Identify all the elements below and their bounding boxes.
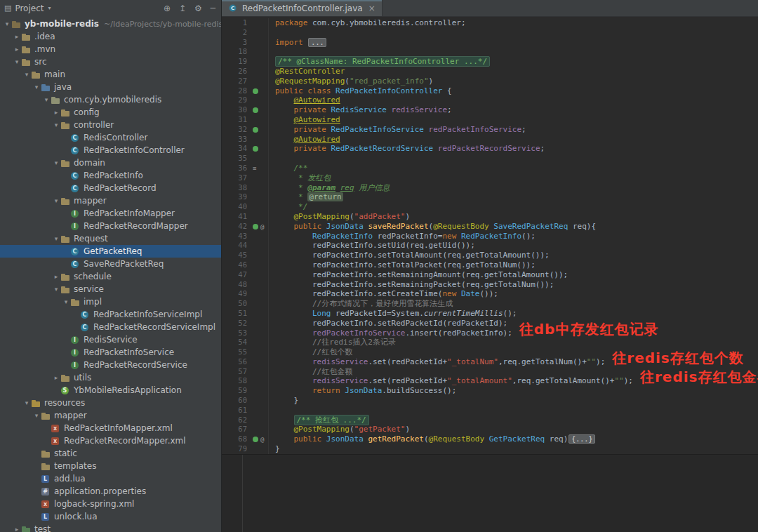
chevron-right-icon[interactable]: ▸	[52, 374, 60, 381]
editor-tab-active[interactable]: RedPacketInfoController.java ×	[222, 0, 383, 16]
editor-line-37[interactable]: 37 * 发红包	[222, 173, 758, 183]
editor-line-36[interactable]: 36≡ /**	[222, 164, 758, 173]
tree-item-config[interactable]: ▸config	[0, 106, 221, 119]
tree-item-add-lua[interactable]: add.lua	[0, 472, 221, 485]
editor-line-53[interactable]: 53 redPacketInfoService.insert(redPacket…	[222, 328, 758, 338]
editor-line-39[interactable]: 39 * @return	[222, 192, 758, 202]
editor-line-47[interactable]: 47 redPacketInfo.setRemainingAmount(req.…	[222, 270, 758, 280]
editor-line-1[interactable]: 1package com.cyb.ybmobileredis.controlle…	[222, 18, 758, 28]
chevron-right-icon[interactable]: ▸	[52, 109, 60, 116]
tree-item-redpacketinfomapper-xml[interactable]: RedPacketInfoMapper.xml	[0, 422, 221, 434]
chevron-down-icon[interactable]: ▾	[48, 5, 51, 11]
editor-line-35[interactable]: 35	[222, 154, 758, 164]
editor-line-34[interactable]: 34 private RedPacketRecordService redPac…	[222, 144, 758, 154]
chevron-down-icon[interactable]: ▾	[3, 20, 11, 27]
chevron-down-icon[interactable]: ▾	[22, 399, 31, 406]
tree-item-domain[interactable]: ▾domain	[0, 157, 221, 169]
settings-icon[interactable]: ⚙	[194, 4, 202, 13]
tree-item-utils[interactable]: ▸utils	[0, 371, 221, 384]
chevron-down-icon[interactable]: ▾	[62, 298, 70, 305]
chevron-right-icon[interactable]: ▸	[13, 46, 21, 53]
editor-line-42[interactable]: 42@ public JsonData saveRedPacket(@Reque…	[222, 222, 758, 232]
editor-line-27[interactable]: 27@RequestMapping("red_packet_info")	[222, 77, 758, 86]
tree-item-redpacketrecordmapper[interactable]: RedPacketRecordMapper	[0, 220, 221, 232]
editor-line-40[interactable]: 40 */	[222, 202, 758, 212]
editor-line-68[interactable]: 68@ public JsonData getRedPacket(@Reques…	[222, 434, 758, 444]
tree-item-resources[interactable]: ▾resources	[0, 397, 221, 409]
tree-item--mvn[interactable]: ▸.mvn	[0, 43, 221, 55]
tree-item-redpacketinfoservice[interactable]: RedPacketInfoService	[0, 346, 221, 359]
editor-line-29[interactable]: 29 @Autowired	[222, 95, 758, 105]
chevron-down-icon[interactable]: ▾	[52, 121, 60, 128]
tree-item-controller[interactable]: ▾controller	[0, 119, 221, 131]
editor-line-30[interactable]: 30 private RedisService redisService;	[222, 105, 758, 115]
tree-item-redpacketrecordservice[interactable]: RedPacketRecordService	[0, 359, 221, 371]
tree-item-getpacketreq[interactable]: GetPacketReq	[0, 245, 221, 258]
annotation-gutter-icon[interactable]: @	[260, 222, 264, 232]
tree-item-rediscontroller[interactable]: RedisController	[0, 131, 221, 144]
tree-item--idea[interactable]: ▸.idea	[0, 30, 221, 43]
fold-gutter-icon[interactable]: ≡	[253, 164, 256, 174]
editor-line-28[interactable]: 28public class RedPacketInfoController {	[222, 86, 758, 96]
tree-item-application-properties[interactable]: application.properties	[0, 485, 221, 498]
tree-item-redpacketrecordmapper-xml[interactable]: RedPacketRecordMapper.xml	[0, 434, 221, 447]
chevron-right-icon[interactable]: ▸	[13, 526, 21, 532]
editor-line-49[interactable]: 49 redPacketInfo.setCreateTime(new Date(…	[222, 289, 758, 299]
editor-line-26[interactable]: 26@RestController	[222, 67, 758, 77]
chevron-down-icon[interactable]: ▾	[22, 71, 31, 78]
editor-line-45[interactable]: 45 redPacketInfo.setTotalAmount(req.getT…	[222, 251, 758, 260]
close-icon[interactable]: ×	[368, 4, 375, 13]
editor-line-18[interactable]: 18	[222, 47, 758, 57]
tree-item-mapper[interactable]: ▾mapper	[0, 194, 221, 207]
folded-comment[interactable]: /** 抢红包 ...*/	[294, 415, 369, 425]
folded-comment[interactable]: /** @ClassName: RedPacketInfoController …	[275, 56, 490, 67]
chevron-down-icon[interactable]: ▾	[42, 96, 51, 103]
editor-line-67[interactable]: 67 @PostMapping("getPacket")	[222, 425, 758, 434]
annotation-gutter-icon[interactable]: @	[260, 435, 264, 445]
tree-item-templates[interactable]: templates	[0, 460, 221, 472]
tree-item-redpacketrecord[interactable]: RedPacketRecord	[0, 182, 221, 194]
chevron-down-icon[interactable]: ▾	[32, 84, 41, 91]
chevron-down-icon[interactable]: ▾	[52, 159, 60, 166]
editor-line-58[interactable]: 58 redisService.set(redPacketId+"_totalA…	[222, 376, 758, 386]
spring-bean-icon[interactable]	[253, 437, 258, 442]
editor-line-52[interactable]: 52 redPacketInfo.setRedPacketId(redPacke…	[222, 319, 758, 328]
editor-line-61[interactable]: 61	[222, 406, 758, 415]
editor-line-51[interactable]: 51 Long redPacketId=System.currentTimeMi…	[222, 309, 758, 319]
locate-icon[interactable]: ⊕	[164, 4, 171, 13]
tree-item-saveredpacketreq[interactable]: SaveRedPacketReq	[0, 258, 221, 270]
editor-line-60[interactable]: 60 }	[222, 396, 758, 406]
editor-line-56[interactable]: 56 redisService.set(redPacketId+"_totalN…	[222, 357, 758, 367]
tree-item-static[interactable]: static	[0, 447, 221, 460]
editor-line-31[interactable]: 31 @Autowired	[222, 115, 758, 125]
tree-item-main[interactable]: ▾main	[0, 68, 221, 81]
chevron-down-icon[interactable]: ▾	[52, 197, 60, 204]
spring-bean-icon[interactable]	[253, 224, 258, 230]
editor-line-44[interactable]: 44 redPacketInfo.setUid(req.getUid());	[222, 241, 758, 251]
project-panel-title[interactable]: Project	[15, 4, 44, 13]
editor-line-50[interactable]: 50 //分布式情况下，最好使用雪花算法生成	[222, 299, 758, 309]
tree-item-src[interactable]: ▾src	[0, 55, 221, 68]
chevron-down-icon[interactable]: ▾	[13, 58, 21, 65]
tree-item-redisservice[interactable]: RedisService	[0, 333, 221, 346]
tree-item-logback-spring-xml[interactable]: logback-spring.xml	[0, 498, 221, 510]
chevron-down-icon[interactable]: ▾	[52, 235, 60, 242]
editor-line-48[interactable]: 48 redPacketInfo.setRemainingPacket(req.…	[222, 280, 758, 290]
tree-item-service[interactable]: ▾service	[0, 283, 221, 295]
spring-bean-icon[interactable]	[253, 146, 258, 152]
spring-bean-icon[interactable]	[253, 88, 258, 94]
chevron-right-icon[interactable]: ▸	[52, 273, 60, 280]
tree-item-redpacketinfocontroller[interactable]: RedPacketInfoController	[0, 144, 221, 157]
tree-item-redpacketinfoserviceimpl[interactable]: RedPacketInfoServiceImpl	[0, 308, 221, 321]
tree-item-impl[interactable]: ▾impl	[0, 295, 221, 308]
chevron-right-icon[interactable]: ▸	[13, 33, 21, 40]
editor-line-41[interactable]: 41 @PostMapping("addPacket")	[222, 212, 758, 222]
chevron-down-icon[interactable]: ▾	[32, 412, 41, 419]
folded-region[interactable]: ...	[308, 38, 326, 47]
chevron-down-icon[interactable]: ▾	[52, 286, 60, 293]
spring-bean-icon[interactable]	[253, 107, 258, 113]
editor-line-32[interactable]: 32 private RedPacketInfoService redPacke…	[222, 125, 758, 135]
editor-line-33[interactable]: 33 @Autowired	[222, 135, 758, 145]
folded-region[interactable]: {...}	[568, 434, 595, 444]
tree-item-com-cyb-ybmobileredis[interactable]: ▾com.cyb.ybmobileredis	[0, 93, 221, 106]
